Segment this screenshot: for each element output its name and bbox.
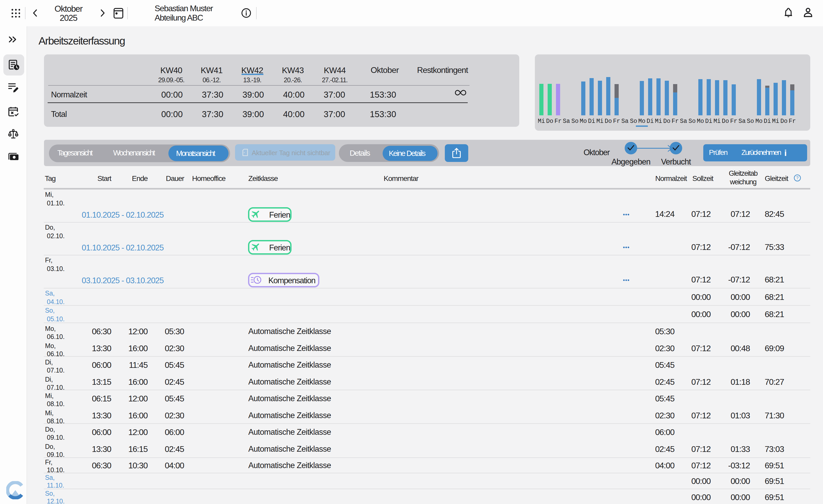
svg-text:?: ? (796, 176, 799, 180)
